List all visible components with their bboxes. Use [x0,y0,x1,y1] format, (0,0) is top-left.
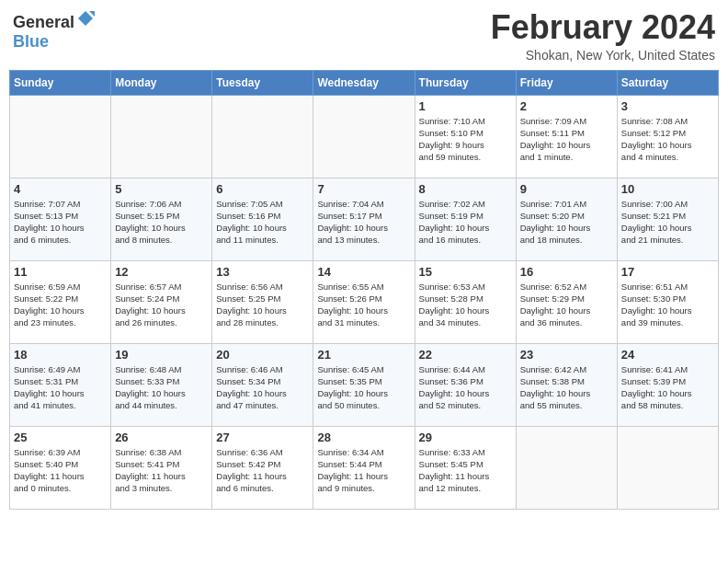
logo-blue: Blue [13,32,49,51]
calendar-cell [516,426,617,509]
calendar-cell: 5Sunrise: 7:06 AMSunset: 5:15 PMDaylight… [111,178,212,260]
day-number: 14 [317,265,410,279]
day-number: 5 [115,182,208,196]
day-info: Sunrise: 6:56 AMSunset: 5:25 PMDaylight:… [216,281,309,329]
day-info: Sunrise: 7:06 AMSunset: 5:15 PMDaylight:… [115,198,208,247]
day-number: 24 [621,348,714,362]
calendar-cell: 2Sunrise: 7:09 AMSunset: 5:11 PMDaylight… [516,95,617,178]
page-header: General Blue February 2024 Shokan, New Y… [9,9,719,63]
day-info: Sunrise: 6:53 AMSunset: 5:28 PMDaylight:… [419,281,512,329]
day-number: 16 [520,265,613,279]
day-info: Sunrise: 7:10 AMSunset: 5:10 PMDaylight:… [419,115,512,164]
day-number: 10 [621,182,714,196]
day-number: 3 [621,99,714,113]
day-info: Sunrise: 6:38 AMSunset: 5:41 PMDaylight:… [115,446,208,495]
day-info: Sunrise: 7:04 AMSunset: 5:17 PMDaylight:… [317,198,410,247]
day-number: 4 [14,182,107,196]
calendar-cell: 4Sunrise: 7:07 AMSunset: 5:13 PMDaylight… [10,178,111,260]
calendar-cell: 3Sunrise: 7:08 AMSunset: 5:12 PMDaylight… [617,95,718,178]
day-info: Sunrise: 7:08 AMSunset: 5:12 PMDaylight:… [621,115,714,164]
header-tuesday: Tuesday [212,70,313,95]
day-number: 15 [419,265,512,279]
calendar-cell: 24Sunrise: 6:41 AMSunset: 5:39 PMDayligh… [617,343,718,426]
day-number: 13 [216,265,309,279]
day-info: Sunrise: 6:33 AMSunset: 5:45 PMDaylight:… [419,446,512,495]
header-monday: Monday [111,70,212,95]
day-info: Sunrise: 6:42 AMSunset: 5:38 PMDaylight:… [520,363,613,412]
calendar-cell: 29Sunrise: 6:33 AMSunset: 5:45 PMDayligh… [415,426,516,509]
logo: General Blue [13,9,95,52]
day-number: 27 [216,431,309,444]
day-number: 25 [14,431,107,444]
day-info: Sunrise: 6:39 AMSunset: 5:40 PMDaylight:… [14,446,107,495]
logo-general: General [13,13,74,31]
header-friday: Friday [516,70,617,95]
calendar-cell: 21Sunrise: 6:45 AMSunset: 5:35 PMDayligh… [313,343,415,426]
logo-icon [76,9,95,28]
calendar-table: SundayMondayTuesdayWednesdayThursdayFrid… [9,70,719,510]
calendar-cell: 19Sunrise: 6:48 AMSunset: 5:33 PMDayligh… [111,343,212,426]
calendar-cell: 7Sunrise: 7:04 AMSunset: 5:17 PMDaylight… [313,178,415,260]
header-sunday: Sunday [10,70,111,95]
calendar-cell: 20Sunrise: 6:46 AMSunset: 5:34 PMDayligh… [212,343,313,426]
day-info: Sunrise: 6:36 AMSunset: 5:42 PMDaylight:… [216,446,309,495]
week-row-2: 4Sunrise: 7:07 AMSunset: 5:13 PMDaylight… [10,178,719,260]
day-info: Sunrise: 6:59 AMSunset: 5:22 PMDaylight:… [14,281,107,329]
calendar-cell: 23Sunrise: 6:42 AMSunset: 5:38 PMDayligh… [516,343,617,426]
calendar-cell: 25Sunrise: 6:39 AMSunset: 5:40 PMDayligh… [10,426,111,509]
day-info: Sunrise: 7:00 AMSunset: 5:21 PMDaylight:… [621,198,714,247]
calendar-cell: 16Sunrise: 6:52 AMSunset: 5:29 PMDayligh… [516,260,617,343]
day-number: 19 [115,348,208,362]
day-number: 26 [115,431,208,444]
day-info: Sunrise: 7:05 AMSunset: 5:16 PMDaylight:… [216,198,309,247]
calendar-body: 1Sunrise: 7:10 AMSunset: 5:10 PMDaylight… [10,95,719,509]
calendar-cell: 8Sunrise: 7:02 AMSunset: 5:19 PMDaylight… [415,178,516,260]
calendar-cell: 15Sunrise: 6:53 AMSunset: 5:28 PMDayligh… [415,260,516,343]
day-info: Sunrise: 6:57 AMSunset: 5:24 PMDaylight:… [115,281,208,329]
title-block: February 2024 Shokan, New York, United S… [491,9,715,63]
day-number: 1 [419,99,512,113]
day-number: 28 [317,431,410,444]
calendar-cell: 14Sunrise: 6:55 AMSunset: 5:26 PMDayligh… [313,260,415,343]
header-row: SundayMondayTuesdayWednesdayThursdayFrid… [10,70,719,95]
header-saturday: Saturday [617,70,718,95]
day-info: Sunrise: 6:48 AMSunset: 5:33 PMDaylight:… [115,363,208,412]
week-row-4: 18Sunrise: 6:49 AMSunset: 5:31 PMDayligh… [10,343,719,426]
header-thursday: Thursday [415,70,516,95]
day-info: Sunrise: 6:52 AMSunset: 5:29 PMDaylight:… [520,281,613,329]
calendar-cell [212,95,313,178]
calendar-cell: 9Sunrise: 7:01 AMSunset: 5:20 PMDaylight… [516,178,617,260]
day-info: Sunrise: 6:44 AMSunset: 5:36 PMDaylight:… [419,363,512,412]
week-row-1: 1Sunrise: 7:10 AMSunset: 5:10 PMDaylight… [10,95,719,178]
calendar-header: SundayMondayTuesdayWednesdayThursdayFrid… [10,70,719,95]
day-number: 18 [14,348,107,362]
calendar-cell [313,95,415,178]
location: Shokan, New York, United States [491,48,715,63]
day-number: 20 [216,348,309,362]
logo-text: General Blue [13,9,95,52]
calendar-cell: 17Sunrise: 6:51 AMSunset: 5:30 PMDayligh… [617,260,718,343]
calendar-cell [111,95,212,178]
day-info: Sunrise: 7:07 AMSunset: 5:13 PMDaylight:… [14,198,107,247]
day-info: Sunrise: 6:34 AMSunset: 5:44 PMDaylight:… [317,446,410,495]
calendar-cell: 26Sunrise: 6:38 AMSunset: 5:41 PMDayligh… [111,426,212,509]
svg-marker-0 [78,11,93,26]
week-row-5: 25Sunrise: 6:39 AMSunset: 5:40 PMDayligh… [10,426,719,509]
day-number: 6 [216,182,309,196]
day-info: Sunrise: 7:09 AMSunset: 5:11 PMDaylight:… [520,115,613,164]
day-number: 29 [419,431,512,444]
calendar-cell: 6Sunrise: 7:05 AMSunset: 5:16 PMDaylight… [212,178,313,260]
day-info: Sunrise: 7:02 AMSunset: 5:19 PMDaylight:… [419,198,512,247]
day-info: Sunrise: 6:49 AMSunset: 5:31 PMDaylight:… [14,363,107,412]
month-title: February 2024 [491,9,715,46]
day-number: 8 [419,182,512,196]
calendar-cell [10,95,111,178]
day-number: 17 [621,265,714,279]
day-number: 9 [520,182,613,196]
calendar-cell: 22Sunrise: 6:44 AMSunset: 5:36 PMDayligh… [415,343,516,426]
calendar-cell: 11Sunrise: 6:59 AMSunset: 5:22 PMDayligh… [10,260,111,343]
day-number: 21 [317,348,410,362]
week-row-3: 11Sunrise: 6:59 AMSunset: 5:22 PMDayligh… [10,260,719,343]
header-wednesday: Wednesday [313,70,415,95]
day-number: 12 [115,265,208,279]
